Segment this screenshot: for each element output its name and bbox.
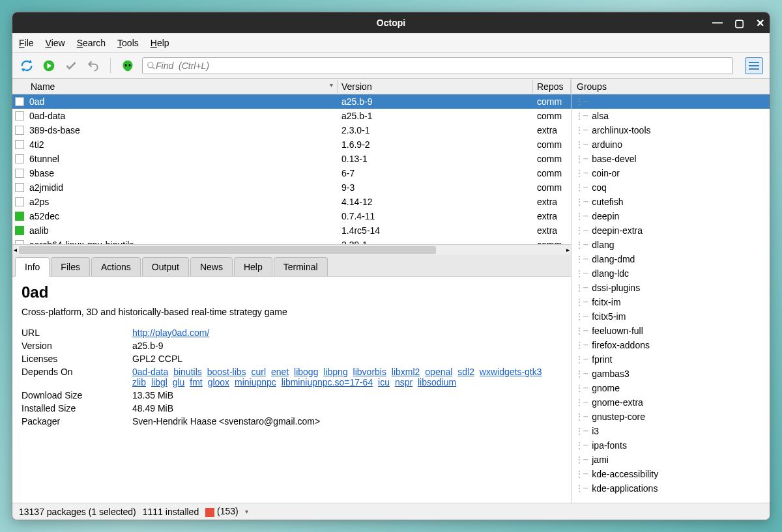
column-name[interactable]: Name▾ [27, 80, 338, 93]
group-item[interactable]: ⋮┄fcitx-im [572, 295, 770, 309]
package-row[interactable]: 0ada25.b-9comm [12, 94, 571, 109]
group-item[interactable]: ⋮┄kde-applications [572, 481, 770, 496]
dependency-link[interactable]: libvorbis [353, 367, 386, 377]
group-item[interactable]: ⋮┄gnome-extra [572, 395, 770, 410]
group-item[interactable]: ⋮┄dlang-dmd [572, 252, 770, 266]
group-item[interactable]: ⋮┄ [572, 94, 770, 109]
package-row[interactable]: aarch64-linux-gnu-binutils2.39-1comm [12, 238, 571, 244]
group-item[interactable]: ⋮┄i3 [572, 424, 770, 438]
dependency-link[interactable]: libogg [294, 367, 318, 377]
menu-help[interactable]: Help [151, 38, 169, 48]
dependency-link[interactable]: glu [173, 377, 185, 387]
dependency-link[interactable]: sdl2 [457, 367, 474, 377]
search-box[interactable] [142, 57, 733, 74]
scroll-right-icon[interactable]: ▸ [565, 245, 571, 255]
tab-news[interactable]: News [190, 257, 233, 276]
dependency-link[interactable]: 0ad-data [132, 367, 168, 377]
dependency-link[interactable]: fmt [190, 377, 202, 387]
group-item[interactable]: ⋮┄fcitx5-im [572, 309, 770, 324]
dependency-link[interactable]: binutils [173, 367, 202, 377]
dependency-link[interactable]: nspr [395, 377, 413, 387]
scroll-thumb[interactable] [19, 246, 436, 254]
group-item[interactable]: ⋮┄coq [572, 180, 770, 195]
group-item[interactable]: ⋮┄coin-or [572, 166, 770, 180]
menu-view[interactable]: View [46, 38, 65, 48]
package-row[interactable]: a2jmidid9-3comm [12, 180, 571, 195]
dependency-link[interactable]: boost-libs [207, 367, 246, 377]
tab-help[interactable]: Help [234, 257, 272, 276]
search-input[interactable] [156, 61, 729, 71]
menu-toggle-button[interactable] [745, 57, 763, 74]
package-row[interactable]: 6tunnel0.13-1comm [12, 152, 571, 166]
group-item[interactable]: ⋮┄kde-accessibility [572, 467, 770, 481]
group-item[interactable]: ⋮┄feeluown-full [572, 324, 770, 338]
minimize-button[interactable]: — [712, 17, 723, 29]
dependency-link[interactable]: enet [271, 367, 289, 377]
dependency-link[interactable]: gloox [208, 377, 229, 387]
group-item[interactable]: ⋮┄dlang-ldc [572, 266, 770, 281]
column-version[interactable]: Version [338, 80, 533, 93]
column-repo[interactable]: Repos [533, 80, 571, 93]
undo-icon[interactable] [85, 58, 101, 74]
package-rows[interactable]: 0ada25.b-9comm0ad-dataa25.b-1comm389-ds-… [12, 94, 571, 244]
check-icon[interactable] [63, 58, 79, 74]
group-item[interactable]: ⋮┄gambas3 [572, 367, 770, 381]
dependency-link[interactable]: miniupnpc [235, 377, 276, 387]
package-row[interactable]: 9base6-7comm [12, 166, 571, 180]
group-item[interactable]: ⋮┄dlang [572, 238, 770, 252]
package-row[interactable]: 0ad-dataa25.b-1comm [12, 109, 571, 123]
menu-tools[interactable]: Tools [117, 38, 139, 48]
dependency-link[interactable]: zlib [132, 377, 146, 387]
dependency-link[interactable]: libxml2 [392, 367, 420, 377]
maximize-button[interactable]: ▢ [734, 17, 744, 29]
scroll-left-icon[interactable]: ◂ [12, 245, 18, 255]
group-item[interactable]: ⋮┄deepin [572, 209, 770, 223]
tab-info[interactable]: Info [15, 257, 50, 277]
column-status[interactable] [12, 85, 27, 88]
dependency-link[interactable]: libsodium [418, 377, 456, 387]
dependency-link[interactable]: wxwidgets-gtk3 [480, 367, 542, 377]
package-row[interactable]: 4ti21.6.9-2comm [12, 137, 571, 152]
group-item[interactable]: ⋮┄cutefish [572, 195, 770, 209]
menu-file[interactable]: File [19, 38, 34, 48]
play-icon[interactable] [41, 58, 57, 74]
horizontal-scrollbar[interactable]: ◂ ▸ [12, 244, 571, 255]
group-item[interactable]: ⋮┄fprint [572, 352, 770, 367]
alien-icon[interactable] [120, 58, 136, 74]
info-url-link[interactable]: http://play0ad.com/ [132, 328, 209, 338]
tab-output[interactable]: Output [142, 257, 189, 276]
info-pane[interactable]: 0ad Cross-platform, 3D and historically-… [12, 277, 571, 503]
tab-files[interactable]: Files [51, 257, 90, 276]
package-row[interactable]: 389-ds-base2.3.0-1extra [12, 123, 571, 137]
groups-list[interactable]: ⋮┄⋮┄alsa⋮┄archlinux-tools⋮┄arduino⋮┄base… [572, 94, 770, 503]
dependency-link[interactable]: libgl [151, 377, 167, 387]
status-dropdown-icon[interactable]: ▾ [245, 508, 248, 515]
dependency-link[interactable]: icu [378, 377, 390, 387]
group-item[interactable]: ⋮┄gnome [572, 381, 770, 395]
group-item[interactable]: ⋮┄base-devel [572, 152, 770, 166]
groups-header[interactable]: Groups [572, 79, 770, 94]
group-label: alsa [592, 111, 609, 121]
group-item[interactable]: ⋮┄deepin-extra [572, 223, 770, 238]
close-button[interactable]: ✕ [756, 17, 764, 29]
group-item[interactable]: ⋮┄ipa-fonts [572, 438, 770, 453]
group-item[interactable]: ⋮┄jami [572, 453, 770, 467]
group-item[interactable]: ⋮┄alsa [572, 109, 770, 123]
package-row[interactable]: a52dec0.7.4-11extra [12, 209, 571, 223]
package-row[interactable]: a2ps4.14-12extra [12, 195, 571, 209]
package-row[interactable]: aalib1.4rc5-14extra [12, 223, 571, 238]
tab-terminal[interactable]: Terminal [274, 257, 328, 276]
group-item[interactable]: ⋮┄firefox-addons [572, 338, 770, 352]
group-item[interactable]: ⋮┄gnustep-core [572, 410, 770, 424]
group-item[interactable]: ⋮┄dssi-plugins [572, 281, 770, 295]
group-item[interactable]: ⋮┄arduino [572, 137, 770, 152]
tab-actions[interactable]: Actions [91, 257, 141, 276]
menu-search[interactable]: Search [77, 38, 106, 48]
dependency-link[interactable]: curl [251, 367, 266, 377]
sync-icon[interactable] [19, 58, 35, 74]
group-item[interactable]: ⋮┄archlinux-tools [572, 123, 770, 137]
dependency-link[interactable]: openal [425, 367, 452, 377]
dependency-link[interactable]: libpng [323, 367, 347, 377]
dependency-link[interactable]: libminiupnpc.so=17-64 [282, 377, 373, 387]
titlebar[interactable]: Octopi — ▢ ✕ [12, 12, 770, 33]
